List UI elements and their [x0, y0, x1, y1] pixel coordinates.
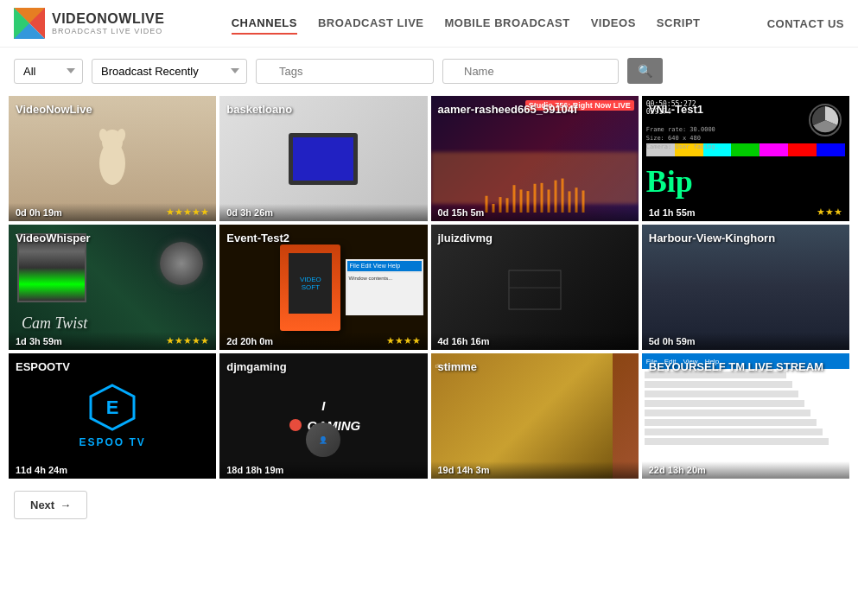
channel-footer: 11d 4h 24m: [9, 461, 216, 479]
channel-overlay: aamer-rasheed665_59104f0d 15h 5m: [431, 96, 639, 221]
next-arrow-icon: →: [60, 499, 71, 511]
category-select[interactable]: All: [14, 59, 83, 84]
channel-title: aamer-rasheed665_59104f: [438, 103, 578, 116]
sort-select[interactable]: Broadcast Recently: [92, 59, 247, 84]
nav-channels[interactable]: CHANNELS: [232, 13, 297, 35]
channel-stars: ★★★★★: [166, 206, 209, 218]
main-nav: CHANNELS BROADCAST LIVE MOBILE BROADCAST…: [164, 13, 766, 35]
channel-overlay: djmgaming18d 18h 19m: [219, 353, 427, 479]
channel-card[interactable]: E ESPOO TV ESPOOTV11d 4h 24m: [7, 352, 218, 480]
channel-card[interactable]: basketloano0d 3h 26m: [218, 94, 429, 223]
nav-videos[interactable]: VIDEOS: [591, 13, 636, 35]
channel-time: 1d 1h 55m: [649, 207, 696, 218]
channel-overlay: VideoWhisper1d 3h 59m★★★★★: [9, 225, 216, 350]
channel-footer: 18d 18h 19m: [219, 461, 427, 479]
nav-script[interactable]: SCRIPT: [657, 13, 701, 35]
channel-footer: 1d 1h 55m★★★: [642, 203, 849, 221]
channel-time: 22d 13h 20m: [649, 465, 706, 475]
channel-card[interactable]: 00:50:55:272029174 Bip Frame rate: 30.00…: [640, 94, 851, 223]
nav-mobile-broadcast[interactable]: MOBILE BROADCAST: [444, 13, 569, 35]
channel-time: 18d 18h 19m: [226, 465, 283, 475]
channel-title: basketloano: [226, 103, 292, 116]
channel-card[interactable]: documents... stimme19d 14h 3m: [429, 352, 640, 480]
channel-card[interactable]: Harbour-View-Kinghorn5d 0h 59m: [640, 223, 851, 352]
channel-footer: 19d 14h 3m: [431, 461, 639, 479]
logo-subtitle: BROADCAST LIVE VIDEO: [52, 27, 164, 35]
channel-card[interactable]: jluizdivmg4d 16h 16m: [429, 223, 640, 352]
channel-title: jluizdivmg: [438, 232, 493, 244]
logo-icon: [14, 8, 45, 39]
channel-overlay: VNL-Test11d 1h 55m★★★: [642, 96, 849, 221]
channels-grid: VideoNowLive0d 0h 19m★★★★★ basketloano0d…: [0, 94, 858, 480]
channel-time: 0d 15h 5m: [438, 207, 485, 218]
channel-footer: 0d 15h 5m: [431, 204, 639, 221]
channel-time: 0d 3h 26m: [226, 207, 273, 218]
channel-overlay: jluizdivmg4d 16h 16m: [431, 225, 639, 350]
name-input-wrapper: ✱: [442, 59, 619, 84]
channel-footer: 0d 3h 26m: [219, 204, 427, 221]
channel-card[interactable]: VIDEOSOFT File Edit View Help Window con…: [218, 223, 429, 352]
channel-card[interactable]: Cam Twist VideoWhisper1d 3h 59m★★★★★: [7, 223, 218, 352]
channel-time: 0d 0h 19m: [16, 207, 62, 218]
channel-card[interactable]: FileEditViewHelp BEYOURSELF TM LIVE STRE…: [640, 352, 851, 480]
channel-title: BEYOURSELF TM LIVE STREAM: [649, 360, 823, 373]
channel-title: VideoWhisper: [16, 232, 90, 244]
channel-card[interactable]: Studio 756: Right Now LIVE aamer-rasheed…: [429, 94, 640, 223]
tags-input-wrapper: 🏷: [256, 59, 434, 84]
channel-title: djmgaming: [226, 360, 286, 373]
channel-time: 5d 0h 59m: [649, 336, 696, 346]
channel-title: Event-Test2: [226, 232, 289, 244]
logo[interactable]: VIDEONOWLIVE BROADCAST LIVE VIDEO: [14, 8, 164, 39]
nav-broadcast-live[interactable]: BROADCAST LIVE: [318, 13, 424, 35]
channel-footer: 5d 0h 59m: [642, 333, 849, 350]
search-icon: 🔍: [638, 64, 652, 78]
channel-card[interactable]: VideoNowLive0d 0h 19m★★★★★: [7, 94, 218, 223]
channel-title: VNL-Test1: [649, 103, 703, 116]
name-input[interactable]: [442, 59, 619, 84]
pagination: Next →: [0, 480, 858, 530]
channel-time: 19d 14h 3m: [438, 465, 490, 475]
channel-title: Harbour-View-Kinghorn: [649, 232, 775, 244]
channel-footer: 22d 13h 20m: [642, 461, 849, 479]
channel-card[interactable]: I GAMING 👤 djmgaming18d 18h 19m: [218, 352, 429, 480]
channel-overlay: stimme19d 14h 3m: [431, 353, 639, 479]
channel-overlay: BEYOURSELF TM LIVE STREAM22d 13h 20m: [642, 353, 849, 479]
tags-input[interactable]: [256, 59, 434, 84]
channel-overlay: ESPOOTV11d 4h 24m: [9, 353, 216, 479]
channel-time: 11d 4h 24m: [16, 465, 67, 475]
channel-footer: 1d 3h 59m★★★★★: [9, 332, 216, 350]
channel-footer: 0d 0h 19m★★★★★: [9, 203, 216, 221]
channel-stars: ★★★★★: [166, 335, 209, 346]
channel-overlay: basketloano0d 3h 26m: [219, 96, 427, 221]
search-button[interactable]: 🔍: [627, 58, 663, 84]
logo-title: VIDEONOWLIVE: [52, 11, 164, 27]
channel-overlay: Event-Test22d 20h 0m★★★★: [219, 225, 427, 350]
channel-time: 1d 3h 59m: [16, 336, 62, 346]
filter-bar: All Broadcast Recently 🏷 ✱ 🔍: [0, 48, 858, 94]
channel-time: 2d 20h 0m: [226, 336, 273, 346]
site-header: VIDEONOWLIVE BROADCAST LIVE VIDEO CHANNE…: [0, 0, 858, 48]
channel-stars: ★★★★: [386, 335, 421, 346]
channel-title: stimme: [438, 360, 478, 373]
channel-time: 4d 16h 16m: [438, 336, 490, 346]
channel-footer: 2d 20h 0m★★★★: [219, 332, 427, 350]
channel-title: ESPOOTV: [16, 360, 70, 373]
nav-contact-us[interactable]: CONTACT US: [767, 17, 844, 30]
next-label: Next: [30, 499, 54, 511]
channel-stars: ★★★: [817, 206, 842, 218]
channel-footer: 4d 16h 16m: [431, 333, 639, 350]
channel-overlay: Harbour-View-Kinghorn5d 0h 59m: [642, 225, 849, 350]
channel-overlay: VideoNowLive0d 0h 19m★★★★★: [9, 96, 216, 221]
channel-title: VideoNowLive: [16, 103, 92, 116]
next-button[interactable]: Next →: [14, 491, 87, 519]
